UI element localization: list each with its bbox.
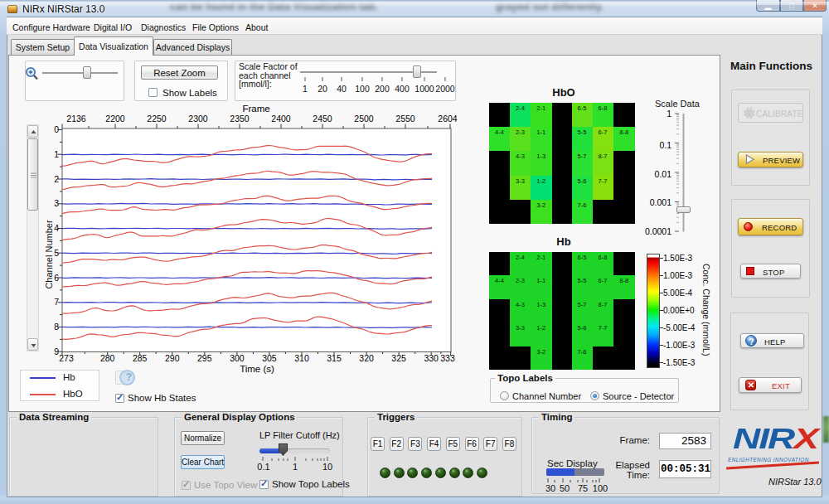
svg-text:2500: 2500	[354, 114, 374, 124]
svg-text:2450: 2450	[313, 114, 332, 124]
svg-text:2400: 2400	[271, 114, 291, 124]
svg-text:Frame: Frame	[242, 104, 269, 114]
svg-text:2300: 2300	[188, 114, 208, 124]
svg-text:2250: 2250	[147, 114, 167, 124]
svg-text:3: 3	[54, 198, 59, 208]
svg-text:Time (s): Time (s)	[240, 364, 274, 374]
svg-text:2200: 2200	[105, 114, 125, 124]
svg-text:333: 333	[440, 353, 455, 363]
svg-text:2350: 2350	[230, 114, 250, 124]
svg-text:2604: 2604	[438, 114, 458, 124]
svg-text:273: 273	[59, 353, 74, 363]
svg-text:2550: 2550	[395, 114, 415, 124]
svg-text:2136: 2136	[66, 114, 86, 124]
svg-text:7: 7	[54, 297, 59, 307]
